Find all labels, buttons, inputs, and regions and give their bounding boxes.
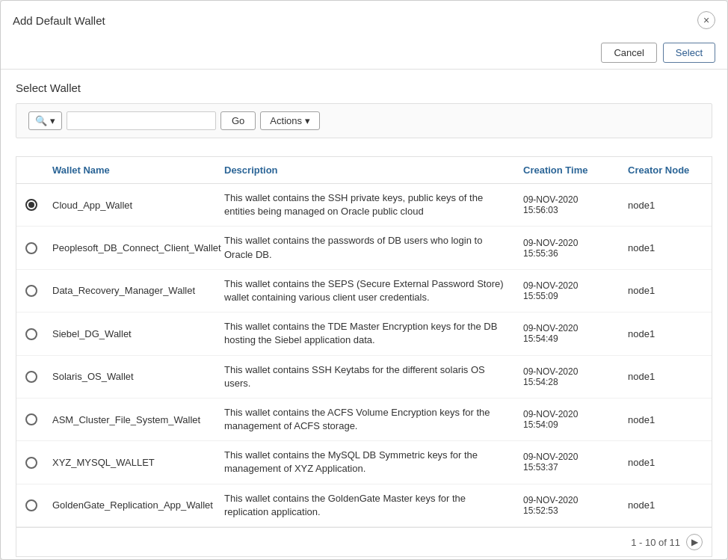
- description-cell: This wallet contains the MySQL DB Symmet…: [218, 441, 517, 483]
- wallet-name-cell: GoldenGate_Replication_App_Wallet: [46, 492, 218, 518]
- col-wallet-name: Wallet Name: [46, 157, 218, 183]
- creation-time-cell: 09-NOV-2020 15:55:36: [517, 230, 622, 266]
- wallet-name-cell: Siebel_DG_Wallet: [46, 321, 218, 347]
- table-row[interactable]: Siebel_DG_WalletThis wallet contains the…: [16, 313, 712, 355]
- search-icon: 🔍: [35, 115, 47, 126]
- wallet-name-cell: XYZ_MYSQL_WALLET: [46, 449, 218, 476]
- table-header: Wallet Name Description Creation Time Cr…: [16, 157, 712, 184]
- creator-node-cell: node1: [622, 235, 712, 261]
- row-radio-6[interactable]: [25, 457, 37, 469]
- section-header: Select Wallet: [1, 70, 727, 94]
- dialog-toolbar: Cancel Select: [1, 37, 727, 70]
- search-input[interactable]: [67, 111, 216, 130]
- creator-node-cell: node1: [622, 492, 712, 518]
- dialog-title: Add Default Wallet: [13, 14, 105, 27]
- creator-node-cell: node1: [622, 449, 712, 476]
- row-radio-7[interactable]: [25, 499, 37, 511]
- table-row[interactable]: Solaris_OS_WalletThis wallet contains SS…: [16, 356, 712, 399]
- radio-cell: [16, 320, 46, 348]
- creator-node-cell: node1: [622, 407, 712, 433]
- table-row[interactable]: GoldenGate_Replication_App_WalletThis wa…: [16, 484, 712, 527]
- creation-time-cell: 09-NOV-2020 15:54:28: [517, 359, 622, 395]
- go-button[interactable]: Go: [220, 111, 256, 130]
- table-row[interactable]: Peoplesoft_DB_Connect_Client_WalletThis …: [16, 227, 712, 269]
- table-row[interactable]: Data_Recovery_Manager_WalletThis wallet …: [16, 270, 712, 313]
- creation-time-cell: 09-NOV-2020 15:54:09: [517, 401, 622, 437]
- table-row[interactable]: XYZ_MYSQL_WALLETThis wallet contains the…: [16, 441, 712, 484]
- col-creator-node: Creator Node: [622, 157, 712, 183]
- creator-node-cell: node1: [622, 192, 712, 218]
- search-chevron-icon: ▾: [50, 115, 55, 126]
- next-page-button[interactable]: ▶: [686, 534, 703, 550]
- description-cell: This wallet contains the TDE Master Encr…: [218, 313, 517, 354]
- select-button[interactable]: Select: [663, 43, 715, 63]
- col-radio: [16, 157, 46, 183]
- description-cell: This wallet contains the SSH private key…: [218, 184, 517, 226]
- radio-cell: [16, 191, 46, 219]
- table-body: Cloud_App_WalletThis wallet contains the…: [16, 184, 712, 527]
- pagination-label: 1 - 10 of 11: [631, 537, 680, 548]
- search-filter-button[interactable]: 🔍 ▾: [28, 111, 62, 130]
- next-page-icon: ▶: [691, 537, 698, 547]
- radio-cell: [16, 234, 46, 262]
- radio-cell: [16, 277, 46, 305]
- description-cell: This wallet contains the SEPS (Secure Ex…: [218, 270, 517, 312]
- creation-time-cell: 09-NOV-2020 15:54:49: [517, 316, 622, 351]
- search-toolbar: 🔍 ▾ Go Actions ▾: [16, 103, 712, 138]
- row-radio-0[interactable]: [25, 199, 37, 211]
- row-radio-2[interactable]: [25, 285, 37, 297]
- actions-label: Actions: [270, 115, 302, 126]
- actions-chevron-icon: ▾: [305, 115, 310, 126]
- wallet-table: Wallet Name Description Creation Time Cr…: [16, 156, 712, 557]
- description-cell: This wallet contains the passwords of DB…: [218, 227, 517, 268]
- dialog-title-bar: Add Default Wallet ×: [1, 1, 727, 37]
- creation-time-cell: 09-NOV-2020 15:56:03: [517, 187, 622, 223]
- creator-node-cell: node1: [622, 363, 712, 390]
- creation-time-cell: 09-NOV-2020 15:53:37: [517, 444, 622, 480]
- row-radio-4[interactable]: [25, 371, 37, 383]
- table-row[interactable]: ASM_Cluster_File_System_WalletThis walle…: [16, 399, 712, 441]
- description-cell: This wallet contains the GoldenGate Mast…: [218, 484, 517, 526]
- wallet-name-cell: Peoplesoft_DB_Connect_Client_Wallet: [46, 235, 218, 261]
- pagination-row: 1 - 10 of 11 ▶: [16, 527, 712, 556]
- row-radio-3[interactable]: [25, 328, 37, 340]
- radio-cell: [16, 406, 46, 434]
- creation-time-cell: 09-NOV-2020 15:55:09: [517, 273, 622, 309]
- radio-cell: [16, 449, 46, 476]
- radio-cell: [16, 492, 46, 520]
- creator-node-cell: node1: [622, 321, 712, 347]
- wallet-name-cell: ASM_Cluster_File_System_Wallet: [46, 407, 218, 433]
- wallet-name-cell: Data_Recovery_Manager_Wallet: [46, 277, 218, 304]
- section-title: Select Wallet: [16, 81, 712, 94]
- radio-cell: [16, 363, 46, 390]
- description-cell: This wallet contains SSH Keytabs for the…: [218, 356, 517, 398]
- description-cell: This wallet contains the ACFS Volume Enc…: [218, 399, 517, 440]
- actions-button[interactable]: Actions ▾: [260, 111, 320, 130]
- row-radio-1[interactable]: [25, 242, 37, 254]
- row-radio-5[interactable]: [25, 413, 37, 425]
- col-creation-time: Creation Time: [517, 157, 622, 183]
- add-default-wallet-dialog: Add Default Wallet × Cancel Select Selec…: [0, 0, 728, 560]
- cancel-button[interactable]: Cancel: [601, 43, 656, 63]
- table-row[interactable]: Cloud_App_WalletThis wallet contains the…: [16, 184, 712, 227]
- creation-time-cell: 09-NOV-2020 15:52:53: [517, 487, 622, 523]
- wallet-name-cell: Solaris_OS_Wallet: [46, 363, 218, 390]
- wallet-name-cell: Cloud_App_Wallet: [46, 192, 218, 218]
- creator-node-cell: node1: [622, 277, 712, 304]
- close-button[interactable]: ×: [697, 11, 715, 29]
- col-description: Description: [218, 157, 517, 183]
